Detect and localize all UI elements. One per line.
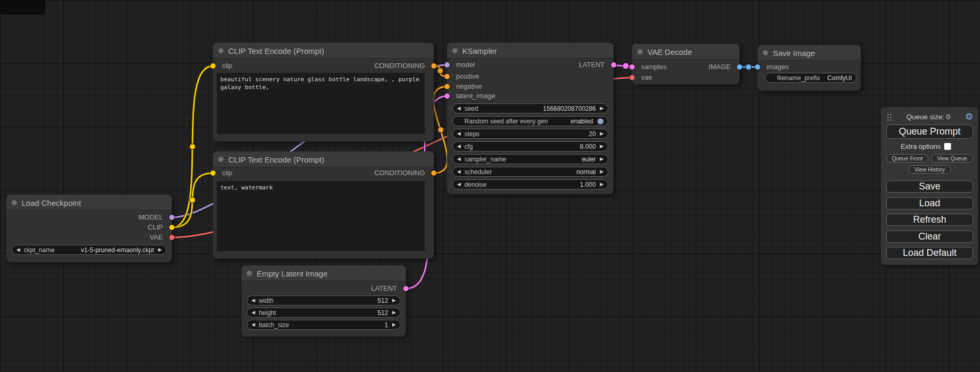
node-title-bar[interactable]: Empty Latent Image [241, 265, 406, 281]
increment-arrow-icon[interactable]: ▶ [392, 298, 396, 303]
save-button[interactable]: Save [886, 180, 973, 193]
collapse-dot-icon[interactable] [12, 200, 17, 205]
output-label: CLIP [148, 223, 163, 232]
queue-prompt-button[interactable]: Queue Prompt [886, 125, 973, 139]
node-title-bar[interactable]: Load Checkpoint [6, 195, 172, 211]
output-port-latent[interactable] [403, 286, 409, 291]
collapse-dot-icon[interactable] [637, 49, 643, 54]
widget-filename-prefix[interactable]: filename_prefix ComfyUI [765, 73, 857, 83]
settings-gear-icon[interactable]: ⚙ [965, 112, 973, 121]
node-title-bar[interactable]: KSampler [447, 43, 614, 59]
link-midpoint-dot[interactable] [746, 64, 752, 70]
input-port-negative[interactable] [444, 84, 450, 89]
decrement-arrow-icon[interactable]: ◀ [16, 247, 20, 252]
load-button[interactable]: Load [886, 197, 973, 209]
widget-random-seed-toggle[interactable]: Random seed after every gen enabled [452, 116, 608, 126]
io-row: latent_image [447, 91, 614, 101]
input-label: images [766, 62, 789, 72]
increment-arrow-icon[interactable]: ▶ [600, 106, 604, 111]
output-port-image[interactable] [737, 64, 742, 70]
input-port-clip[interactable] [210, 170, 216, 176]
clear-button[interactable]: Clear [886, 231, 973, 243]
node-graph-canvas[interactable]: CLIP Text Encode (Prompt) clip CONDITION… [0, 0, 980, 372]
widget-denoise[interactable]: ◀ denoise 1.000 ▶ [452, 179, 608, 189]
decrement-arrow-icon[interactable]: ◀ [457, 106, 461, 111]
increment-arrow-icon[interactable]: ▶ [600, 182, 604, 187]
output-port-clip[interactable] [169, 225, 174, 230]
decrement-arrow-icon[interactable]: ◀ [457, 131, 461, 136]
node-title-bar[interactable]: VAE Decode [632, 44, 740, 60]
input-port-latent-image[interactable] [444, 93, 450, 99]
increment-arrow-icon[interactable]: ▶ [600, 131, 604, 136]
toggle-indicator-icon[interactable] [597, 118, 604, 125]
decrement-arrow-icon[interactable]: ◀ [457, 144, 461, 149]
decrement-arrow-icon[interactable]: ◀ [251, 298, 255, 303]
increment-arrow-icon[interactable]: ▶ [392, 322, 396, 327]
link-midpoint-dot[interactable] [190, 197, 196, 203]
output-port-conditioning[interactable] [431, 63, 436, 69]
increment-arrow-icon[interactable]: ▶ [600, 144, 604, 149]
increment-arrow-icon[interactable]: ▶ [158, 247, 162, 252]
collapse-dot-icon[interactable] [218, 48, 224, 53]
widget-value: euler [581, 156, 596, 163]
input-label: latent_image [456, 91, 495, 101]
input-port-positive[interactable] [444, 74, 450, 79]
increment-arrow-icon[interactable]: ▶ [600, 169, 604, 174]
collapse-dot-icon[interactable] [218, 157, 224, 162]
extra-options-checkbox[interactable] [944, 143, 951, 150]
decrement-arrow-icon[interactable]: ◀ [457, 169, 461, 174]
node-title-bar[interactable]: Save Image [758, 45, 861, 61]
widget-scheduler[interactable]: ◀ scheduler normal ▶ [452, 167, 608, 177]
collapse-dot-icon[interactable] [763, 50, 768, 55]
prompt-textarea[interactable]: beautiful scenery nature glass bottle la… [217, 73, 425, 134]
widget-label: denoise [464, 181, 580, 188]
widget-width[interactable]: ◀ width 512 ▶ [247, 295, 401, 306]
link-midpoint-dot[interactable] [438, 68, 443, 74]
widget-seed[interactable]: ◀ seed 156680208700286 ▶ [452, 103, 608, 113]
widget-steps[interactable]: ◀ steps 20 ▶ [452, 129, 608, 139]
widget-ckpt-name[interactable]: ◀ ckpt_name v1-5-pruned-emaonly.ckpt ▶ [12, 245, 167, 255]
input-port-samples[interactable] [629, 64, 635, 70]
refresh-button[interactable]: Refresh [886, 214, 973, 226]
node-title: CLIP Text Encode (Prompt) [228, 46, 324, 55]
input-port-model[interactable] [444, 62, 450, 68]
link-midpoint-dot[interactable] [190, 144, 196, 150]
widget-height[interactable]: ◀ height 512 ▶ [247, 308, 401, 318]
increment-arrow-icon[interactable]: ▶ [392, 310, 396, 315]
collapse-dot-icon[interactable] [452, 48, 458, 53]
output-port-vae[interactable] [169, 235, 174, 240]
increment-arrow-icon[interactable]: ▶ [600, 157, 604, 161]
widget-value: enabled [570, 118, 593, 125]
decrement-arrow-icon[interactable]: ◀ [251, 310, 255, 315]
link-midpoint-dot[interactable] [623, 63, 629, 69]
output-port-conditioning[interactable] [431, 170, 436, 176]
output-label: LATENT [371, 284, 397, 293]
queue-front-button[interactable]: Queue Front [886, 154, 928, 163]
widget-cfg[interactable]: ◀ cfg 8.000 ▶ [452, 141, 608, 151]
node-save-image: Save Image images filename_prefix ComfyU… [758, 45, 861, 91]
widget-label: cfg [464, 143, 580, 150]
link-midpoint-dot[interactable] [438, 127, 444, 133]
node-title-bar[interactable]: CLIP Text Encode (Prompt) [213, 151, 434, 167]
decrement-arrow-icon[interactable]: ◀ [457, 157, 461, 161]
view-queue-button[interactable]: View Queue [931, 154, 973, 163]
io-row: images [758, 62, 861, 72]
collapse-dot-icon[interactable] [247, 271, 252, 276]
prompt-textarea[interactable]: text, watermark [217, 181, 425, 251]
load-default-button[interactable]: Load Default [886, 247, 973, 259]
widget-label: height [259, 309, 377, 317]
node-title-bar[interactable]: CLIP Text Encode (Prompt) [213, 43, 434, 59]
widget-batch-size[interactable]: ◀ batch_size 1 ▶ [247, 320, 401, 330]
widget-label: sampler_name [464, 156, 581, 163]
decrement-arrow-icon[interactable]: ◀ [251, 322, 255, 327]
drag-handle-icon[interactable] [887, 113, 891, 121]
input-port-clip[interactable] [210, 63, 216, 69]
input-port-images[interactable] [755, 64, 760, 70]
output-port-latent[interactable] [611, 62, 616, 68]
widget-value: 1 [384, 321, 388, 329]
input-port-vae[interactable] [629, 75, 635, 80]
view-history-button[interactable]: View History [908, 165, 951, 174]
widget-sampler-name[interactable]: ◀ sampler_name euler ▶ [452, 154, 608, 164]
output-port-model[interactable] [169, 215, 174, 220]
decrement-arrow-icon[interactable]: ◀ [457, 182, 461, 187]
